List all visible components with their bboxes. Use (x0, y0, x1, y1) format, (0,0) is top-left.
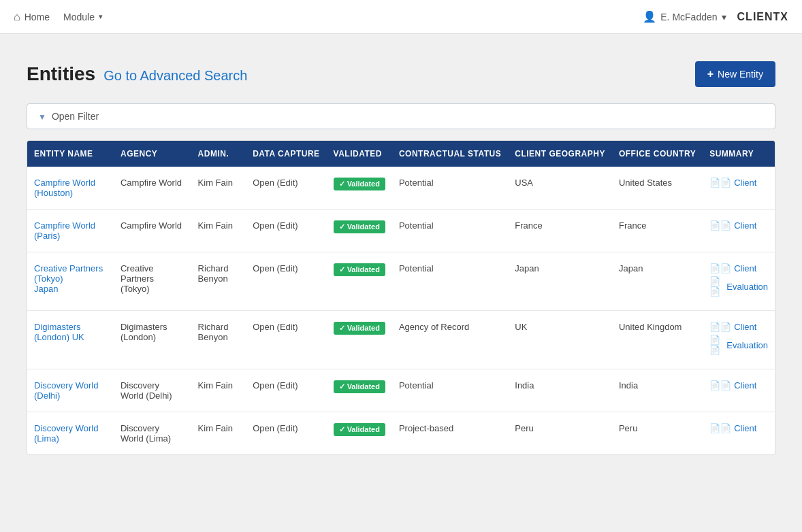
admin-cell: Kim Fain (191, 412, 246, 455)
office-country-cell: France (612, 210, 703, 252)
contractual-status-cell: Potential (392, 252, 508, 311)
summary-cell: 📄Client (703, 369, 775, 412)
nav-user[interactable]: E. McFadden ▾ (643, 10, 726, 23)
summary-link[interactable]: 📄Client (709, 178, 768, 188)
table-row: Campfire World (Houston)Campfire WorldKi… (27, 167, 775, 210)
contractual-status-cell: Potential (392, 167, 508, 210)
user-icon (643, 10, 656, 23)
summary-cell: 📄Client (703, 412, 775, 455)
filter-icon (38, 111, 46, 122)
table-header: ENTITY NAMEAGENCYADMIN.DATA CAPTUREVALID… (27, 141, 775, 167)
agency-cell: Campfire World (114, 167, 191, 210)
col-client-geography: CLIENT GEOGRAPHY (508, 141, 612, 167)
validated-badge: ✓ Validated (334, 263, 385, 276)
validated-cell: ✓ Validated (327, 210, 392, 252)
new-entity-button[interactable]: New Entity (695, 61, 775, 87)
col-office-country: OFFICE COUNTRY (612, 141, 703, 167)
validated-cell: ✓ Validated (327, 311, 392, 369)
table-header-row: ENTITY NAMEAGENCYADMIN.DATA CAPTUREVALID… (27, 141, 775, 167)
agency-cell: Discovery World (Lima) (114, 412, 191, 455)
table-body: Campfire World (Houston)Campfire WorldKi… (27, 167, 775, 454)
col-entity-name: ENTITY NAME (27, 141, 114, 167)
data-capture-cell: Open (Edit) (246, 167, 326, 210)
client-geography-cell: France (508, 210, 612, 252)
summary-link[interactable]: 📄Client (709, 263, 768, 273)
contractual-status-cell: Potential (392, 210, 508, 252)
contractual-status-cell: Agency of Record (392, 311, 508, 369)
data-capture-cell: Open (Edit) (246, 369, 326, 412)
entity-link[interactable]: Campfire World (Houston) (34, 178, 95, 198)
nav-user-label: E. McFadden (660, 12, 717, 22)
nav-home[interactable]: Home (14, 11, 50, 23)
admin-cell: Richard Benyon (191, 311, 246, 369)
summary-cell: 📄Client📄Evaluation (703, 311, 775, 369)
validated-badge: ✓ Validated (334, 423, 385, 436)
client-geography-cell: Peru (508, 412, 612, 455)
data-capture-cell: Open (Edit) (246, 252, 326, 311)
filter-label: Open Filter (52, 111, 99, 122)
admin-cell: Kim Fain (191, 369, 246, 412)
nav-left: Home Module (14, 11, 103, 23)
doc-icon: 📄 (709, 178, 731, 188)
advanced-search-link[interactable]: Go to Advanced Search (103, 68, 247, 84)
contractual-status-cell: Potential (392, 369, 508, 412)
table-row: Discovery World (Lima)Discovery World (L… (27, 412, 775, 455)
agency-cell: Campfire World (114, 210, 191, 252)
entity-link[interactable]: Creative Partners (Tokyo) (34, 263, 103, 284)
data-capture-cell: Open (Edit) (246, 412, 326, 455)
entity-name-cell: Creative Partners (Tokyo)Japan (27, 252, 114, 311)
validated-cell: ✓ Validated (327, 369, 392, 412)
page-title: Entities (27, 63, 95, 85)
admin-cell: Kim Fain (191, 167, 246, 210)
col-admin-: ADMIN. (191, 141, 246, 167)
validated-cell: ✓ Validated (327, 252, 392, 311)
validated-badge: ✓ Validated (334, 380, 385, 393)
agency-cell: Creative Partners (Tokyo) (114, 252, 191, 311)
entity-link[interactable]: Japan (34, 284, 58, 294)
admin-cell: Kim Fain (191, 210, 246, 252)
validated-cell: ✓ Validated (327, 412, 392, 455)
data-capture-cell: Open (Edit) (246, 210, 326, 252)
summary-link[interactable]: 📄Evaluation (709, 335, 768, 355)
entity-link[interactable]: Discovery World (Lima) (34, 423, 98, 444)
page-header: Entities Go to Advanced Search New Entit… (27, 61, 775, 87)
nav-module-label: Module (63, 12, 95, 22)
summary-link[interactable]: 📄Client (709, 423, 768, 433)
summary-cell: 📄Client (703, 210, 775, 252)
doc-icon: 📄 (709, 380, 731, 390)
col-data-capture: DATA CAPTURE (246, 141, 326, 167)
summary-link[interactable]: 📄Client (709, 220, 768, 231)
entity-name-cell: Campfire World (Houston) (27, 167, 114, 210)
nav-brand: CLIENTX (737, 11, 788, 23)
summary-cell: 📄Client📄Evaluation (703, 252, 775, 311)
entity-link[interactable]: Discovery World (Delhi) (34, 380, 98, 401)
validated-badge: ✓ Validated (334, 322, 385, 335)
entities-table: ENTITY NAMEAGENCYADMIN.DATA CAPTUREVALID… (27, 141, 775, 454)
office-country-cell: United States (612, 167, 703, 210)
table-row: Creative Partners (Tokyo)JapanCreative P… (27, 252, 775, 311)
doc-icon: 📄 (709, 335, 724, 355)
office-country-cell: India (612, 369, 703, 412)
table-row: Campfire World (Paris)Campfire WorldKim … (27, 210, 775, 252)
office-country-cell: Peru (612, 412, 703, 455)
client-geography-cell: USA (508, 167, 612, 210)
entities-table-wrapper: ENTITY NAMEAGENCYADMIN.DATA CAPTUREVALID… (27, 140, 775, 455)
col-summary: SUMMARY (703, 141, 775, 167)
entity-name-cell: Discovery World (Delhi) (27, 369, 114, 412)
admin-cell: Richard Benyon (191, 252, 246, 311)
nav-right: E. McFadden ▾ CLIENTX (643, 10, 788, 23)
data-capture-cell: Open (Edit) (246, 311, 326, 369)
nav-module[interactable]: Module (63, 12, 103, 22)
summary-link[interactable]: 📄Client (709, 322, 768, 332)
filter-bar[interactable]: Open Filter (27, 103, 775, 129)
summary-link[interactable]: 📄Client (709, 380, 768, 390)
entity-link[interactable]: Campfire World (Paris) (34, 220, 95, 241)
page-content: Entities Go to Advanced Search New Entit… (13, 34, 789, 469)
entity-link[interactable]: Digimasters (London) UK (34, 322, 84, 342)
doc-icon: 📄 (709, 423, 731, 433)
nav-home-label: Home (25, 12, 50, 22)
doc-icon: 📄 (709, 322, 731, 332)
client-geography-cell: UK (508, 311, 612, 369)
summary-link[interactable]: 📄Evaluation (709, 276, 768, 297)
table-row: Digimasters (London) UKDigimasters (Lond… (27, 311, 775, 369)
